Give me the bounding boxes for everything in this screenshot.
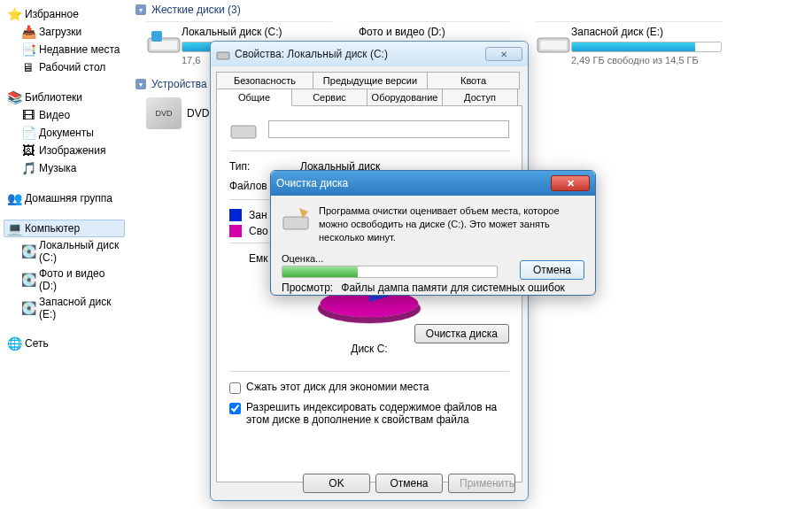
sidebar-homegroup[interactable]: 👥Домашняя группа (4, 189, 125, 207)
hdd-icon: 💽 (21, 244, 35, 258)
apply-button[interactable]: Применить (448, 474, 515, 493)
svg-rect-4 (540, 41, 567, 50)
drive-e[interactable]: Запасной диск (E:) 2,49 ГБ свободно из 1… (536, 21, 722, 66)
sidebar-label: Рабочий стол (39, 61, 105, 73)
hdd-icon: 💽 (21, 273, 35, 287)
dialog-title: Свойства: Локальный диск (C:) (235, 48, 388, 60)
sidebar-label: Фото и видео (D:) (39, 267, 121, 292)
sidebar-label: Видео (39, 109, 70, 121)
sidebar-label: Музыка (39, 162, 76, 174)
sidebar-music[interactable]: 🎵Музыка (18, 159, 125, 177)
compress-label: Сжать этот диск для экономии места (246, 381, 429, 393)
sidebar-label: Запасной диск (E:) (39, 296, 121, 320)
close-button[interactable]: ✕ (485, 47, 522, 61)
sidebar-libraries[interactable]: 📚Библиотеки (4, 89, 125, 106)
sidebar-computer[interactable]: 💻Компьютер (4, 220, 125, 237)
svg-rect-1 (151, 41, 177, 50)
hdd-icon (216, 47, 230, 61)
sidebar-network[interactable]: 🌐Сеть (4, 335, 125, 352)
view-value: Файлы дампа памяти для системных ошибок (341, 281, 565, 294)
drive-free-text: 2,49 ГБ свободно из 14,5 ГБ (571, 55, 722, 66)
recent-icon: 📑 (21, 42, 35, 57)
dvd-label: DVD (187, 107, 209, 120)
sidebar-label: Избранное (25, 8, 79, 20)
pictures-icon: 🖼 (21, 143, 35, 158)
svg-rect-5 (217, 52, 229, 59)
tab-previous-versions[interactable]: Предыдущие версии (313, 72, 428, 89)
sidebar-label: Документы (39, 127, 94, 139)
index-label: Разрешить индексировать содержимое файло… (246, 401, 509, 426)
cleanup-message: Программа очистки оценивает объем места,… (319, 204, 584, 244)
tab-security[interactable]: Безопасность (216, 72, 313, 89)
free-label: Сво (249, 225, 268, 237)
dvd-icon: DVD (146, 97, 182, 129)
progress-bar (282, 266, 498, 278)
sidebar-label: Загрузки (39, 26, 81, 38)
svg-rect-2 (151, 31, 162, 42)
drive-name: Фото и видео (D:) (359, 26, 509, 38)
network-icon: 🌐 (7, 336, 21, 351)
homegroup-icon: 👥 (7, 191, 21, 205)
svg-rect-7 (283, 217, 308, 229)
libraries-icon: 📚 (7, 90, 21, 104)
usage-bar (571, 42, 722, 52)
video-icon: 🎞 (21, 108, 35, 122)
sidebar-desktop[interactable]: 🖥Рабочий стол (18, 58, 125, 76)
documents-icon: 📄 (21, 126, 35, 140)
music-icon: 🎵 (21, 161, 35, 175)
dialog-footer: OK Отмена Применить (303, 474, 515, 493)
sidebar-favorites[interactable]: ⭐ Избранное (4, 5, 125, 23)
star-icon: ⭐ (7, 7, 21, 21)
compress-checkbox-row: Сжать этот диск для экономии места (229, 381, 509, 394)
dialog-title: Очистка диска (276, 177, 348, 189)
sidebar-label: Локальный диск (C:) (39, 239, 121, 264)
dialog-titlebar[interactable]: Очистка диска ✕ (271, 171, 595, 196)
cleanup-icon (282, 204, 310, 233)
disk-label: Диск C: (229, 343, 509, 355)
category-hard-drives[interactable]: Жесткие диски (3) (135, 4, 805, 16)
sidebar-recent[interactable]: 📑Недавние места (18, 41, 125, 58)
downloads-icon: 📥 (21, 25, 35, 39)
sidebar-label: Библиотеки (25, 91, 82, 104)
hdd-icon (229, 115, 258, 143)
navigation-sidebar: ⭐ Избранное 📥Загрузки 📑Недавние места 🖥Р… (0, 0, 128, 509)
view-label: Просмотр: (282, 281, 333, 294)
sidebar-drive-c[interactable]: 💽Локальный диск (C:) (18, 237, 125, 266)
sidebar-label: Сеть (25, 337, 49, 350)
computer-icon: 💻 (7, 221, 21, 235)
sidebar-drive-e[interactable]: 💽Запасной диск (E:) (18, 294, 125, 322)
index-checkbox[interactable] (229, 403, 241, 414)
sidebar-documents[interactable]: 📄Документы (18, 124, 125, 142)
cancel-button[interactable]: Отмена (520, 260, 584, 280)
disk-cleanup-dialog: Очистка диска ✕ Программа очистки оценив… (270, 170, 596, 296)
sidebar-drive-d[interactable]: 💽Фото и видео (D:) (18, 266, 125, 294)
used-label: Зан (249, 209, 267, 221)
sidebar-videos[interactable]: 🎞Видео (18, 106, 125, 124)
tab-tools[interactable]: Сервис (291, 89, 367, 106)
tab-quota[interactable]: Квота (427, 72, 520, 89)
sidebar-label: Домашняя группа (25, 192, 112, 204)
capacity-label: Емк (249, 252, 268, 265)
hdd-icon: 💽 (21, 301, 35, 315)
tab-general[interactable]: Общие (216, 89, 292, 106)
index-checkbox-row: Разрешить индексировать содержимое файло… (229, 401, 509, 426)
sidebar-label: Недавние места (39, 43, 120, 56)
hdd-icon (146, 26, 182, 58)
tab-hardware[interactable]: Оборудование (367, 89, 443, 106)
disk-cleanup-button[interactable]: Очистка диска (414, 324, 509, 343)
dialog-titlebar[interactable]: Свойства: Локальный диск (C:) ✕ (211, 42, 528, 66)
compress-checkbox[interactable] (229, 382, 241, 394)
sidebar-downloads[interactable]: 📥Загрузки (18, 23, 125, 41)
svg-rect-6 (231, 126, 256, 138)
cancel-button[interactable]: Отмена (375, 474, 443, 493)
free-color-swatch (229, 225, 242, 237)
sidebar-pictures[interactable]: 🖼Изображения (18, 142, 125, 159)
desktop-icon: 🖥 (21, 60, 35, 74)
ok-button[interactable]: OK (303, 474, 370, 493)
volume-label-input[interactable] (268, 120, 509, 138)
tab-sharing[interactable]: Доступ (442, 89, 518, 106)
close-button[interactable]: ✕ (551, 175, 590, 191)
used-color-swatch (229, 209, 242, 221)
sidebar-label: Изображения (39, 144, 105, 157)
sidebar-label: Компьютер (25, 222, 80, 235)
